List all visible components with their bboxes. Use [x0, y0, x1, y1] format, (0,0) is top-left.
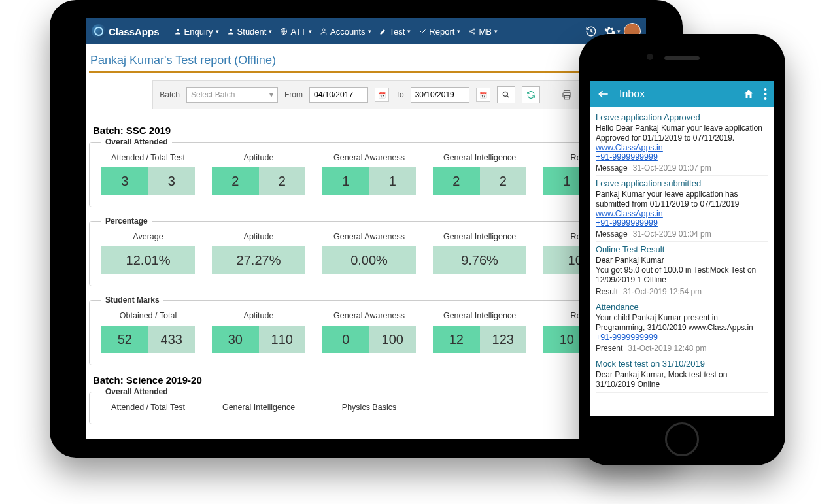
nav-att[interactable]: ATT▾ [276, 24, 316, 39]
metric-b: 110 [259, 326, 306, 353]
section-legend: Overall Attended [101, 137, 172, 146]
message-body: Dear Pankaj Kumar, Mock test test on 31/… [596, 370, 768, 390]
content: Batch: SSC 2019Overall AttendedAttended … [86, 125, 646, 439]
message-list[interactable]: Leave application ApprovedHello Dear Pan… [590, 107, 774, 416]
metric-col: General Intelligence22 [433, 153, 526, 195]
metric-b: 1 [369, 167, 417, 195]
metric-col: Physics Basics [322, 403, 416, 412]
metric-label: Obtained / Total [101, 311, 195, 320]
metric-col: Obtained / Total52433 [101, 311, 195, 353]
more-icon[interactable] [764, 88, 767, 100]
brand-text: ClassApps [109, 26, 160, 37]
metric-b: 123 [480, 326, 527, 353]
metric-a: 3 [101, 167, 148, 195]
nav-label: Test [390, 27, 405, 37]
home-icon[interactable] [743, 88, 755, 100]
message-link[interactable]: www.ClassApps.in [596, 143, 768, 152]
metric-row: Average12.01%Aptitude27.27%General Aware… [101, 232, 637, 274]
metric-label: Attended / Total Test [101, 403, 195, 412]
metric-label: Attended / Total Test [101, 153, 195, 162]
metric-pair: 22 [212, 167, 305, 195]
metric-value: 12.01% [101, 246, 195, 274]
message-body: Pankaj Kumar your leave application has … [596, 190, 768, 209]
message-item[interactable]: Leave application ApprovedHello Dear Pan… [596, 110, 768, 176]
print-icon[interactable] [561, 89, 573, 101]
section-legend: Student Marks [101, 295, 163, 305]
batch-title: Batch: Science 2019-20 [93, 375, 643, 386]
inbox-appbar: Inbox [590, 81, 774, 107]
nav-student[interactable]: Student▾ [223, 24, 277, 39]
svg-line-7 [471, 30, 473, 31]
batch-title: Batch: SSC 2019 [93, 125, 643, 136]
svg-point-1 [230, 29, 232, 31]
metric-label: General Awareness [322, 153, 416, 162]
svg-point-3 [322, 29, 325, 31]
svg-line-8 [471, 32, 473, 33]
nav-label: Student [237, 27, 267, 37]
back-icon[interactable] [597, 88, 610, 101]
metric-label: General Intelligence [212, 403, 305, 412]
chevron-down-icon: ▾ [494, 28, 498, 35]
svg-point-0 [177, 29, 179, 31]
to-label: To [396, 90, 404, 99]
message-item[interactable]: Leave application submittedPankaj Kumar … [596, 176, 768, 242]
metric-a: 2 [212, 167, 259, 195]
metric-label: General Intelligence [433, 311, 526, 320]
page-title: Pankaj Kumar's Test report (Offline) [86, 44, 646, 70]
metric-label: Aptitude [212, 153, 305, 162]
metric-col: General Awareness11 [322, 153, 416, 195]
search-button[interactable] [497, 86, 515, 103]
metric-a: 12 [433, 326, 480, 353]
metric-col: General Awareness0100 [322, 311, 416, 353]
message-title: Mock test test on 31/10/2019 [596, 359, 768, 369]
nav-mb[interactable]: MB▾ [464, 24, 502, 39]
metric-b: 433 [148, 326, 196, 353]
calendar-icon[interactable]: 📅 [375, 88, 389, 102]
metric-b: 100 [369, 326, 417, 353]
calendar-icon[interactable]: 📅 [476, 88, 490, 102]
message-item[interactable]: Mock test test on 31/10/2019Dear Pankaj … [596, 356, 768, 393]
title-underline [89, 71, 643, 73]
metric-pair: 30110 [212, 326, 305, 353]
metric-label: Physics Basics [322, 403, 416, 412]
section-legend: Overall Attended [101, 387, 172, 396]
nav-label: MB [479, 27, 492, 37]
metric-label: General Intelligence [433, 153, 526, 162]
metric-b: 2 [480, 167, 527, 195]
batch-select-placeholder: Select Batch [191, 90, 235, 99]
nav-report[interactable]: Report▾ [415, 24, 464, 39]
metric-col: Aptitude27.27% [212, 232, 305, 274]
nav-label: Enquiry [184, 27, 213, 37]
message-link[interactable]: www.ClassApps.in [596, 209, 768, 218]
message-item[interactable]: Online Test ResultDear Pankaj KumarYou g… [596, 242, 768, 299]
nav-accounts[interactable]: Accounts▾ [316, 24, 375, 39]
metric-pair: 33 [101, 167, 195, 195]
message-link[interactable]: +91-9999999999 [596, 152, 768, 161]
message-item[interactable]: AttendanceYour child Pankaj Kumar presen… [596, 299, 768, 356]
tablet-screen: ClassApps Enquiry▾Student▾ATT▾Accounts▾T… [86, 18, 646, 439]
metric-label: Aptitude [212, 232, 305, 241]
brand[interactable]: ClassApps [92, 24, 160, 39]
nav-label: ATT [290, 27, 306, 37]
phone-screen: Inbox Leave application ApprovedHello De… [590, 81, 774, 416]
nav-test[interactable]: Test▾ [375, 24, 415, 39]
message-body: Dear Pankaj KumarYou got 95.0 out of 100… [596, 256, 768, 285]
message-link[interactable]: +91-9999999999 [596, 218, 768, 227]
section: Student MarksObtained / Total52433Aptitu… [89, 295, 646, 365]
nav-enquiry[interactable]: Enquiry▾ [170, 24, 223, 39]
to-date-input[interactable] [411, 87, 469, 103]
chevron-down-icon: ▾ [216, 28, 219, 35]
metric-a: 2 [433, 167, 480, 195]
message-meta: Result31-Oct-2019 12:54 pm [596, 287, 768, 296]
svg-point-9 [503, 92, 507, 96]
batch-select[interactable]: Select Batch ▾ [186, 87, 278, 103]
from-date-input[interactable] [309, 87, 368, 103]
metric-value: 9.76% [433, 246, 526, 274]
message-body: Hello Dear Pankaj Kumar your leave appli… [596, 124, 768, 143]
section-legend: Percentage [101, 216, 152, 226]
metric-label: General Intelligence [433, 232, 526, 241]
message-link[interactable]: +91-9999999999 [596, 333, 768, 342]
svg-point-15 [764, 88, 767, 91]
refresh-button[interactable] [522, 86, 540, 103]
phone-frame: Inbox Leave application ApprovedHello De… [579, 34, 785, 465]
